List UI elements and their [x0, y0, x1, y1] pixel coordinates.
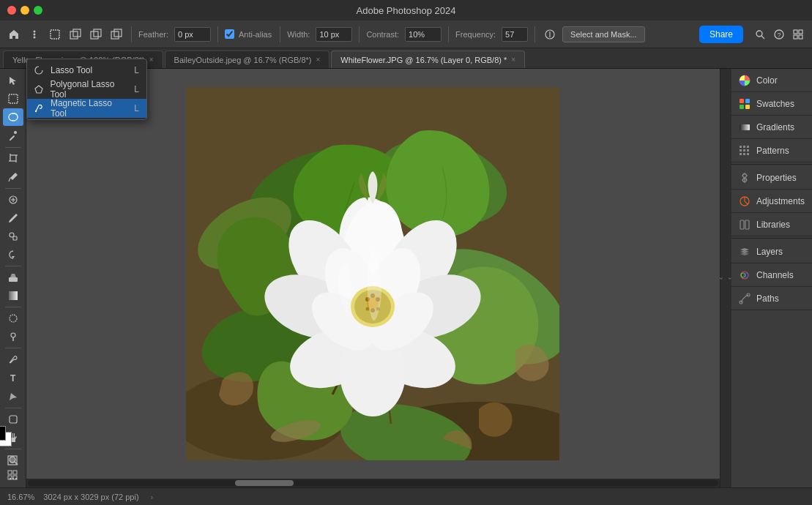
- svg-point-120: [741, 272, 748, 279]
- libraries-icon: [739, 219, 750, 231]
- tool-separator-6: [5, 408, 21, 408]
- close-button[interactable]: [7, 6, 16, 15]
- canvas-scrollbar[interactable]: [26, 479, 720, 487]
- svg-point-122: [744, 273, 748, 277]
- panel-item-libraries[interactable]: Libraries: [731, 213, 812, 236]
- svg-marker-57: [35, 86, 42, 93]
- polygonal-lasso-label: Polygonal Lasso Tool: [50, 79, 130, 100]
- anti-alias-label: Anti-alias: [239, 30, 272, 39]
- tab-bailey-outside[interactable]: BaileyOutside.jpeg @ 16.7% (RGB/8*) ×: [165, 50, 330, 68]
- minimize-button[interactable]: [21, 6, 29, 15]
- svg-line-13: [761, 36, 764, 39]
- swatches-label: Swatches: [756, 99, 794, 109]
- svg-rect-5: [73, 29, 81, 37]
- panel-item-gradients[interactable]: Gradients: [731, 116, 812, 139]
- canvas-container[interactable]: [26, 69, 720, 479]
- help-icon[interactable]: ?: [771, 26, 787, 42]
- eraser-tool[interactable]: [3, 269, 23, 286]
- frequency-input[interactable]: [502, 27, 528, 42]
- right-panel-collapse[interactable]: › ›: [720, 69, 731, 487]
- panel-item-patterns[interactable]: Patterns: [731, 139, 812, 162]
- gradients-label: Gradients: [756, 122, 794, 132]
- top-toolbar: Feather: Anti-alias Width: Contrast: Fre…: [0, 20, 812, 48]
- svg-point-48: [10, 457, 15, 463]
- eyedropper-tool[interactable]: [3, 168, 23, 186]
- svg-rect-119: [745, 220, 749, 229]
- panel-separator: [731, 164, 812, 165]
- tab-close-icon[interactable]: ×: [511, 56, 515, 64]
- intersect-icon[interactable]: [88, 26, 104, 42]
- rectangle-select-tool[interactable]: [3, 90, 23, 108]
- subtract-icon[interactable]: [67, 26, 83, 42]
- panel-item-paths[interactable]: Paths: [731, 287, 812, 310]
- foreground-color-swatch[interactable]: [0, 426, 6, 441]
- blur-tool[interactable]: [3, 310, 23, 327]
- maximize-button[interactable]: [34, 6, 42, 15]
- panel-item-color[interactable]: Color: [731, 69, 812, 92]
- home-icon[interactable]: [6, 26, 22, 42]
- anti-alias-checkbox[interactable]: [225, 29, 234, 39]
- history-brush-tool[interactable]: [3, 246, 23, 263]
- lasso-tool-item[interactable]: Lasso Tool L: [27, 61, 146, 80]
- tab-close-icon[interactable]: ×: [149, 56, 154, 64]
- patterns-label: Patterns: [756, 146, 789, 156]
- svg-point-58: [35, 111, 37, 112]
- magic-wand-tool[interactable]: [3, 127, 23, 144]
- gradient-tool[interactable]: [3, 287, 23, 304]
- tab-white-flower[interactable]: WhiteFlower.JPG @ 16.7% (Layer 0, RGB/8)…: [331, 50, 525, 68]
- contrast-input[interactable]: [405, 27, 442, 42]
- svg-rect-36: [9, 291, 18, 300]
- healing-brush-tool[interactable]: [3, 191, 23, 209]
- zoom-level: 16.67%: [7, 493, 34, 501]
- svg-rect-22: [9, 135, 15, 141]
- panel-separator-2: [731, 238, 812, 239]
- canvas-image[interactable]: [186, 87, 559, 460]
- svg-rect-118: [740, 220, 744, 229]
- select-mask-button[interactable]: Select and Mask...: [562, 26, 645, 42]
- svg-rect-100: [740, 146, 742, 148]
- text-tool[interactable]: T: [3, 369, 23, 386]
- lasso-tool[interactable]: [3, 108, 23, 126]
- svg-rect-97: [740, 105, 744, 109]
- svg-rect-34: [9, 277, 18, 282]
- search-icon[interactable]: [752, 26, 768, 42]
- status-arrow[interactable]: ›: [151, 493, 154, 501]
- panel-item-layers[interactable]: Layers: [731, 240, 812, 263]
- width-input[interactable]: [316, 27, 352, 42]
- lasso-shortcut: L: [134, 65, 139, 75]
- panel-item-properties[interactable]: Properties: [731, 166, 812, 190]
- feather-input[interactable]: [174, 27, 211, 42]
- exclude-icon[interactable]: [108, 26, 124, 42]
- libraries-label: Libraries: [756, 220, 790, 230]
- crop-tool[interactable]: [3, 149, 23, 167]
- dimensions-text: 3024 px x 3029 px (72 ppi): [43, 493, 138, 501]
- separator-2: [217, 26, 218, 42]
- lasso-icon: [34, 66, 46, 75]
- svg-point-37: [10, 315, 17, 322]
- tab-close-icon[interactable]: ×: [316, 56, 320, 64]
- move-tool[interactable]: [3, 72, 23, 89]
- path-select-tool[interactable]: [3, 388, 23, 405]
- share-button[interactable]: Share: [699, 26, 743, 43]
- clone-stamp-tool[interactable]: [3, 228, 23, 245]
- magnetic-lasso-item[interactable]: Magnetic Lasso Tool L: [27, 99, 146, 118]
- separator-1: [131, 26, 132, 42]
- scrollbar-thumb[interactable]: [235, 480, 294, 486]
- svg-marker-20: [10, 77, 16, 85]
- dodge-tool[interactable]: [3, 328, 23, 345]
- workspace-icon[interactable]: [790, 26, 806, 42]
- options-icon[interactable]: [26, 26, 42, 42]
- pen-tool[interactable]: [3, 351, 23, 368]
- workspace-layout-button[interactable]: [3, 465, 22, 485]
- select-rect-icon[interactable]: [47, 26, 63, 42]
- brush-tool[interactable]: [3, 209, 23, 227]
- panel-item-channels[interactable]: Channels: [731, 263, 812, 287]
- stylus-pressure-icon[interactable]: [542, 26, 558, 42]
- svg-point-38: [11, 333, 15, 337]
- polygonal-lasso-item[interactable]: Polygonal Lasso Tool L: [27, 80, 146, 99]
- panel-item-swatches[interactable]: Swatches: [731, 92, 812, 116]
- svg-rect-33: [13, 236, 17, 240]
- svg-rect-8: [111, 31, 119, 39]
- panel-item-adjustments[interactable]: Adjustments: [731, 190, 812, 213]
- svg-point-2: [34, 36, 36, 38]
